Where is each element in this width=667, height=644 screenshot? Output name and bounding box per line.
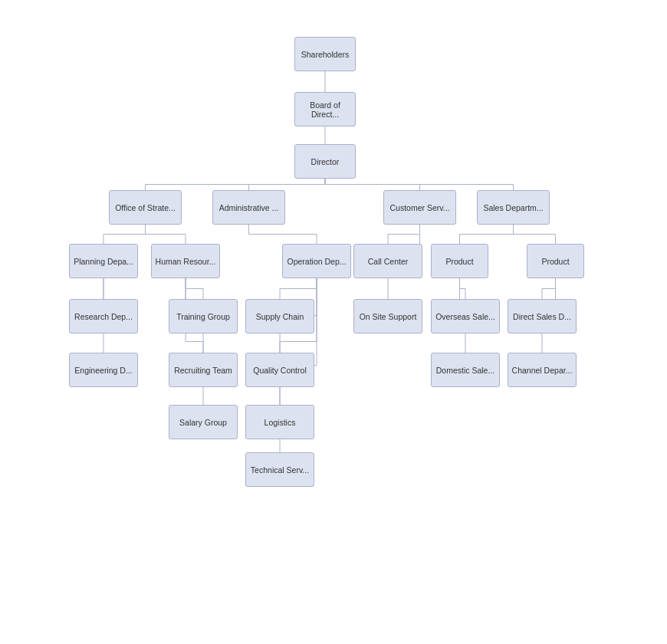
node-training[interactable]: Training Group <box>169 299 238 334</box>
node-research[interactable]: Research Dep... <box>69 299 138 334</box>
node-supply_chain[interactable]: Supply Chain <box>245 299 314 334</box>
connection-product1-overseas_sale <box>460 278 466 299</box>
node-product1[interactable]: Product <box>431 244 488 278</box>
node-office_strat[interactable]: Office of Strate... <box>109 190 182 225</box>
connection-sales_dept-product1 <box>460 225 514 244</box>
node-channel[interactable]: Channel Depar... <box>508 353 577 387</box>
node-admin[interactable]: Administrative ... <box>212 190 285 225</box>
connection-product2-direct_sales <box>542 278 556 299</box>
connection-director-customer_serv <box>325 179 420 190</box>
node-call_center[interactable]: Call Center <box>353 244 422 278</box>
connection-customer_serv-call_center <box>388 225 420 244</box>
connection-office_strat-hr <box>146 225 186 244</box>
node-shareholders[interactable]: Shareholders <box>294 37 356 71</box>
node-recruiting[interactable]: Recruiting Team <box>169 353 238 387</box>
node-tech_serv[interactable]: Technical Serv... <box>245 452 314 487</box>
node-ops[interactable]: Operation Dep... <box>282 244 351 278</box>
connection-office_strat-planning <box>104 225 146 244</box>
node-domestic_sale[interactable]: Domestic Sale... <box>431 353 500 387</box>
node-customer_serv[interactable]: Customer Serv... <box>383 190 456 225</box>
connection-ops-supply_chain <box>280 278 317 299</box>
connection-director-sales_dept <box>325 179 514 190</box>
node-engineering[interactable]: Engineering D... <box>69 353 138 387</box>
connection-director-admin <box>249 179 326 190</box>
node-board[interactable]: Board of Direct... <box>294 92 356 127</box>
node-hr[interactable]: Human Resour... <box>151 244 220 278</box>
node-salary[interactable]: Salary Group <box>169 405 238 439</box>
connection-admin-ops <box>249 225 317 244</box>
node-product2[interactable]: Product <box>527 244 584 278</box>
node-quality[interactable]: Quality Control <box>245 353 314 387</box>
node-overseas_sale[interactable]: Overseas Sale... <box>431 299 500 334</box>
node-sales_dept[interactable]: Sales Departm... <box>477 190 550 225</box>
org-chart-canvas: ShareholdersBoard of Direct...DirectorOf… <box>0 0 667 644</box>
node-direct_sales[interactable]: Direct Sales D... <box>508 299 577 334</box>
node-director[interactable]: Director <box>294 144 356 179</box>
node-planning[interactable]: Planning Depa... <box>69 244 138 278</box>
node-logistics[interactable]: Logistics <box>245 405 314 439</box>
connection-sales_dept-product2 <box>514 225 556 244</box>
connection-hr-training <box>186 278 203 299</box>
connection-director-office_strat <box>146 179 326 190</box>
node-on_site[interactable]: On Site Support <box>353 299 422 334</box>
